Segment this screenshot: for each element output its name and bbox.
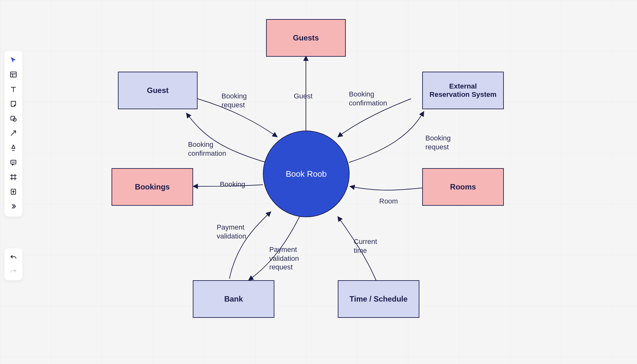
datastore-bookings[interactable]: Bookings <box>112 168 193 206</box>
shape-icon <box>10 115 17 124</box>
tool-arrow[interactable] <box>7 127 20 140</box>
node-label: Bookings <box>135 182 170 191</box>
node-label: Time / Schedule <box>350 295 408 303</box>
edge-label-current-time: Current time <box>354 237 377 255</box>
entity-guest[interactable]: Guest <box>118 72 198 109</box>
tool-note[interactable] <box>7 98 20 111</box>
datastore-rooms[interactable]: Rooms <box>422 168 504 206</box>
edge-label-booking-confirmation-ext: Booking confirmation <box>349 90 387 107</box>
node-label: External Reservation System <box>430 82 496 99</box>
tool-shape[interactable] <box>7 113 20 125</box>
tool-comment[interactable] <box>7 157 20 169</box>
cursor-icon <box>10 56 17 65</box>
tool-highlight[interactable] <box>7 142 20 155</box>
redo-button[interactable] <box>7 265 20 278</box>
comment-icon <box>10 159 17 168</box>
svg-rect-0 <box>11 72 16 77</box>
tool-text[interactable] <box>7 83 20 96</box>
edge-label-booking-confirmation-guest: Booking confirmation <box>188 140 226 158</box>
node-label: Book Roob <box>286 169 327 179</box>
node-label: Guests <box>293 33 319 42</box>
edge-label-payment-validation-request: Payment validation request <box>269 245 299 272</box>
edge-label-guest: Guest <box>294 92 313 101</box>
text-icon <box>10 85 17 94</box>
layout-icon <box>10 71 17 80</box>
tool-more[interactable] <box>7 201 20 213</box>
datastore-guests[interactable]: Guests <box>266 19 346 57</box>
tool-toolbar <box>4 51 22 217</box>
note-icon <box>10 100 17 109</box>
arrow-icon <box>10 129 17 138</box>
undo-icon <box>10 253 17 262</box>
tool-export[interactable] <box>7 186 20 199</box>
highlight-icon <box>10 144 17 153</box>
node-label: Guest <box>147 86 169 95</box>
tool-pointer[interactable] <box>7 54 20 67</box>
edge-label-payment-validation: Payment validation <box>217 223 246 240</box>
frame-icon <box>10 173 17 182</box>
entity-external-reservation[interactable]: External Reservation System <box>422 72 504 109</box>
node-label: Bank <box>224 295 243 303</box>
edge-label-booking-request-guest: Booking request <box>221 92 247 109</box>
edge-label-booking-request-ext: Booking request <box>425 134 451 151</box>
export-icon <box>10 188 17 197</box>
edge-label-room: Room <box>379 197 398 206</box>
chevron-right-icon <box>10 203 17 211</box>
tool-container[interactable] <box>7 69 20 82</box>
history-toolbar <box>4 248 22 280</box>
node-label: Rooms <box>450 182 476 191</box>
edge-label-booking: Booking <box>220 180 245 189</box>
undo-button[interactable] <box>7 251 20 264</box>
tool-frame[interactable] <box>7 171 20 184</box>
process-node-book-roob[interactable]: Book Roob <box>263 131 350 217</box>
diagram-canvas[interactable]: Book Roob Guest Guests External Reservat… <box>0 0 637 364</box>
redo-icon <box>10 267 17 276</box>
entity-time-schedule[interactable]: Time / Schedule <box>338 280 419 318</box>
entity-bank[interactable]: Bank <box>193 280 274 318</box>
svg-line-7 <box>11 131 16 135</box>
